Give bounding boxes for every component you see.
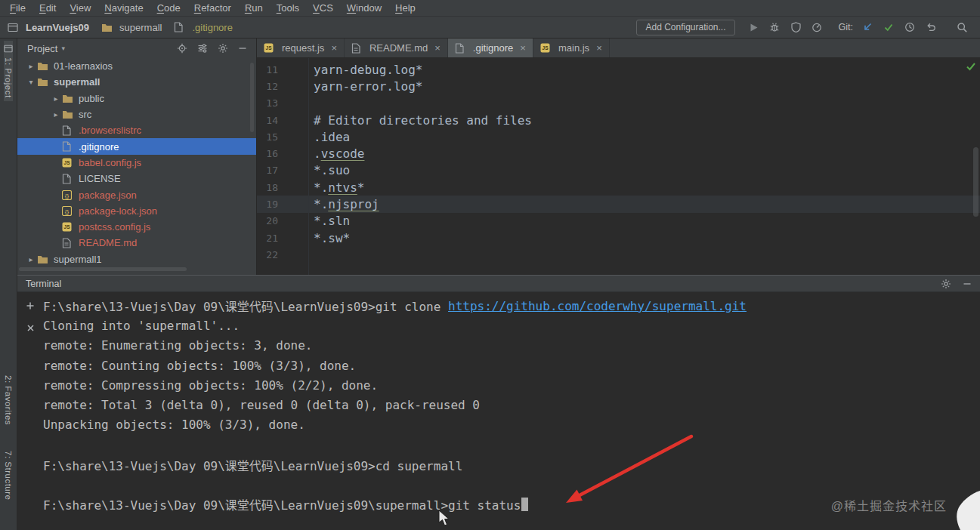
tab-readme-md[interactable]: README.md×	[345, 39, 448, 57]
terminal-text: F:\share\13-Vuejs\Day 09\课堂代码\LearnVuejs…	[43, 495, 521, 513]
menu-code[interactable]: Code	[150, 1, 187, 15]
menu-file[interactable]: File	[3, 1, 32, 15]
terminal-link[interactable]: https://github.com/coderwhy/supermall.gi…	[448, 299, 747, 313]
json-icon: {}	[62, 206, 76, 216]
terminal-text: remote: Enumerating objects: 3, done.	[43, 338, 312, 353]
tree-item-supermall[interactable]: ▾supermall	[17, 74, 256, 90]
editor-line[interactable]: 13	[257, 95, 980, 112]
tree-scrollbar[interactable]	[250, 63, 254, 132]
tab-close-icon[interactable]: ×	[434, 42, 441, 54]
tree-item-package-lock-json[interactable]: {}package-lock.json	[17, 203, 256, 219]
editor-line[interactable]: 11yarn-debug.log*	[257, 61, 980, 78]
revert-icon[interactable]	[923, 20, 938, 35]
inspection-status-icon[interactable]	[966, 62, 976, 73]
chevron-right-icon[interactable]: ▸	[50, 94, 62, 103]
view-options-icon[interactable]	[197, 43, 208, 54]
tab-gitignore[interactable]: .gitignore×	[448, 39, 533, 57]
search-icon[interactable]	[955, 20, 969, 35]
menu-view[interactable]: View	[63, 1, 97, 15]
chevron-right-icon[interactable]: ▸	[25, 62, 37, 70]
locate-file-icon[interactable]	[177, 43, 187, 54]
profiler-icon[interactable]	[810, 20, 824, 35]
editor-line[interactable]: 17*.suo	[257, 162, 980, 179]
git-update-icon[interactable]	[860, 20, 874, 35]
terminal-body[interactable]: F:\share\13-Vuejs\Day 09\课堂代码\LearnVuejs…	[17, 292, 980, 514]
chevron-down-icon: ▾	[61, 45, 65, 52]
code-text: *.njsproj	[308, 197, 379, 211]
project-view-selector[interactable]: Project	[27, 43, 57, 54]
js-icon: JS	[264, 43, 277, 53]
menu-help[interactable]: Help	[388, 1, 422, 15]
menu-edit[interactable]: Edit	[32, 1, 63, 15]
chevron-right-icon[interactable]: ▸	[50, 110, 62, 119]
breadcrumb-item-supermall[interactable]: supermall	[101, 22, 162, 33]
new-session-icon[interactable]	[26, 299, 35, 313]
editor-line[interactable]: 15.idea	[257, 128, 980, 145]
tree-item-readme-md[interactable]: README.md	[17, 235, 256, 251]
editor-line[interactable]: 18*.ntvs*	[257, 179, 980, 196]
tree-item-license[interactable]: LICENSE	[17, 171, 256, 186]
minimize-icon[interactable]	[963, 279, 972, 288]
editor-line[interactable]: 22	[257, 246, 980, 263]
editor-line[interactable]: 16.vscode	[257, 145, 980, 162]
debug-icon[interactable]	[768, 20, 782, 35]
breadcrumb-item-learnvuejs09[interactable]: LearnVuejs09	[8, 22, 89, 33]
terminal-line	[43, 475, 980, 495]
tree-item-package-json[interactable]: {}package.json	[17, 186, 256, 202]
editor-line[interactable]: 14# Editor directories and files	[257, 112, 980, 128]
chevron-down-icon[interactable]: ▾	[25, 78, 37, 86]
menu-navigate[interactable]: Navigate	[97, 1, 150, 15]
hide-panel-icon[interactable]	[238, 44, 247, 53]
editor-line[interactable]: 12yarn-error.log*	[257, 78, 980, 94]
tool-window-button-1-project[interactable]: 1: Project	[4, 41, 13, 101]
code-text: *.sln	[308, 214, 350, 228]
tool-window-button-2-favorites[interactable]: 2: Favorites	[4, 370, 13, 428]
tree-item-supermall1[interactable]: ▸supermall1	[17, 251, 256, 267]
editor-line[interactable]: 19*.njsproj	[257, 196, 980, 212]
history-icon[interactable]	[902, 20, 917, 35]
editor-scrollbar[interactable]	[973, 147, 978, 217]
run-icon[interactable]	[747, 20, 761, 35]
editor-line[interactable]: 21*.sw*	[257, 230, 980, 246]
editor-content[interactable]: 11yarn-debug.log*12yarn-error.log*1314# …	[257, 58, 980, 263]
line-number: 14	[257, 115, 308, 126]
tree-item-browserslistrc[interactable]: .browserslistrc	[17, 122, 256, 138]
tab-main-js[interactable]: JSmain.js×	[533, 39, 610, 57]
tab-request-js[interactable]: JSrequest.js×	[257, 39, 345, 57]
svg-text:JS: JS	[542, 45, 549, 51]
breadcrumb-item-gitignore[interactable]: .gitignore	[174, 22, 232, 33]
menu-run[interactable]: Run	[238, 1, 270, 15]
gear-icon[interactable]	[218, 43, 228, 54]
tree-item-gitignore[interactable]: .gitignore	[17, 138, 256, 154]
terminal-line: F:\share\13-Vuejs\Day 09\课堂代码\LearnVuejs…	[43, 296, 980, 316]
terminal-line: remote: Counting objects: 100% (3/3), do…	[43, 356, 980, 375]
menu-tools[interactable]: Tools	[270, 1, 306, 15]
menu-window[interactable]: Window	[340, 1, 388, 15]
chevron-right-icon[interactable]: ▸	[25, 255, 37, 263]
add-configuration-button[interactable]: Add Configuration...	[636, 20, 734, 35]
tree-item-src[interactable]: ▸src	[17, 106, 256, 122]
terminal-text: F:\share\13-Vuejs\Day 09\课堂代码\LearnVuejs…	[43, 297, 448, 315]
terminal-header[interactable]: Terminal	[17, 275, 980, 292]
terminal-settings-icon[interactable]	[941, 279, 951, 289]
gutter-separator	[308, 58, 309, 275]
git-commit-icon[interactable]	[881, 20, 895, 35]
tab-close-icon[interactable]: ×	[520, 42, 526, 54]
close-session-icon[interactable]	[26, 321, 35, 335]
tree-item-babel-config-js[interactable]: JSbabel.config.js	[17, 155, 256, 171]
terminal-line: remote: Total 3 (delta 0), reused 0 (del…	[43, 395, 980, 414]
horizontal-scrollbar[interactable]	[19, 267, 187, 271]
coverage-icon[interactable]	[789, 20, 803, 35]
tool-window-button-7-structure[interactable]: 7: Structure	[4, 445, 13, 503]
tree-item-public[interactable]: ▸public	[17, 91, 256, 106]
menu-refactor[interactable]: Refactor	[187, 1, 238, 15]
editor-line[interactable]: 20*.sln	[257, 213, 980, 230]
tree-item-postcss-config-js[interactable]: JSpostcss.config.js	[17, 219, 256, 235]
tab-close-icon[interactable]: ×	[596, 42, 602, 54]
tab-close-icon[interactable]: ×	[331, 42, 337, 54]
terminal-line	[43, 435, 980, 455]
tree-item-01-learnaxios[interactable]: ▸01-learnaxios	[17, 58, 256, 74]
menu-vcs[interactable]: VCS	[306, 1, 340, 15]
folder-icon	[37, 61, 51, 71]
tree-item-label: supermall1	[51, 254, 102, 265]
